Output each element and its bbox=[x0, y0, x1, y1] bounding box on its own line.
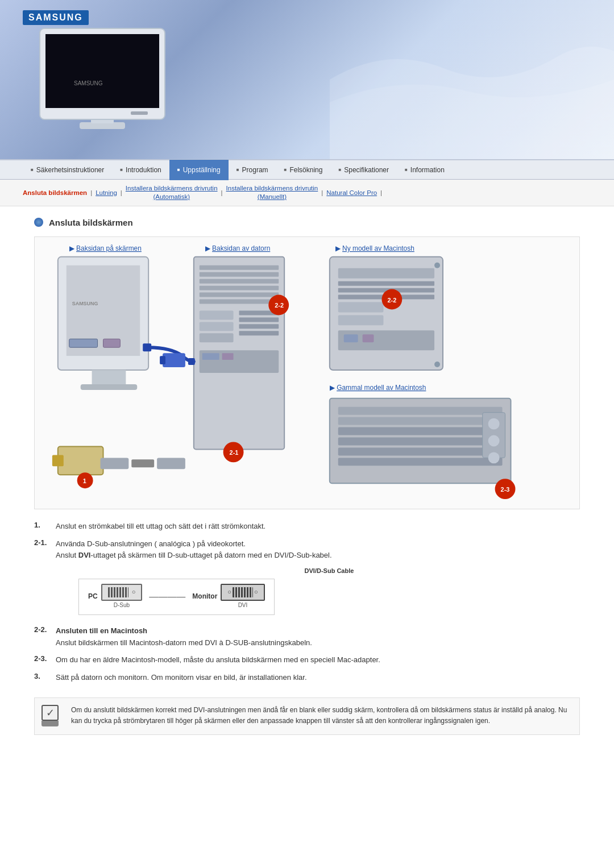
breadcrumb-connect[interactable]: Ansluta bildskärmen bbox=[23, 189, 87, 196]
monitor-connector-box: ○ ○ bbox=[221, 584, 264, 601]
svg-rect-45 bbox=[131, 459, 154, 467]
breadcrumb-sep-4: | bbox=[321, 189, 323, 196]
svg-text:2-3: 2-3 bbox=[501, 486, 510, 493]
svg-rect-40 bbox=[58, 446, 103, 475]
section-dot-icon bbox=[34, 218, 43, 227]
svg-rect-10 bbox=[81, 384, 138, 390]
main-content: Ansluta bildskärmen ▶ Baksidan på skärme… bbox=[0, 206, 614, 746]
nav-item-setup[interactable]: Uppställning bbox=[169, 160, 229, 180]
breadcrumb-sep-5: | bbox=[380, 189, 382, 196]
svg-rect-46 bbox=[157, 458, 185, 469]
instruction-22-text: Ansluten till en Macintosh Anslut bildsk… bbox=[56, 625, 580, 649]
svg-rect-17 bbox=[200, 272, 279, 277]
svg-text:▶ Gammal modell av Macintosh: ▶ Gammal modell av Macintosh bbox=[330, 384, 426, 392]
svg-rect-19 bbox=[200, 286, 279, 290]
cable-dsub-label: D-Sub bbox=[114, 601, 130, 610]
svg-rect-41 bbox=[52, 455, 64, 466]
nav-item-program[interactable]: Program bbox=[229, 160, 276, 180]
svg-rect-57 bbox=[363, 334, 374, 342]
svg-rect-16 bbox=[200, 265, 279, 270]
svg-point-72 bbox=[488, 435, 500, 446]
nav-label-info: Information bbox=[410, 166, 445, 174]
svg-rect-54 bbox=[338, 315, 384, 325]
nav-item-troubleshoot[interactable]: Felsökning bbox=[276, 160, 331, 180]
pc-connector-box: ○ bbox=[101, 584, 143, 601]
instruction-1-row: 1. Anslut en strömkabel till ett uttag o… bbox=[34, 521, 580, 533]
svg-rect-28 bbox=[239, 331, 279, 335]
instruction-22-row: 2-2. Ansluten till en Macintosh Anslut b… bbox=[34, 625, 580, 649]
svg-text:▶ Ny modell av Macintosh: ▶ Ny modell av Macintosh bbox=[335, 244, 414, 252]
svg-rect-65 bbox=[338, 417, 503, 425]
instruction-3-number: 3. bbox=[34, 672, 51, 680]
breadcrumb-tilt[interactable]: Lutning bbox=[96, 189, 117, 196]
wave-decoration bbox=[330, 0, 614, 159]
instruction-1-number: 1. bbox=[34, 521, 51, 529]
nav-item-info[interactable]: Information bbox=[397, 160, 453, 180]
monitor-connector-right: ○ bbox=[254, 587, 258, 597]
header-banner: SAMSUNG SAMSUNG bbox=[0, 0, 614, 159]
instruction-1-text: Anslut en strömkabel till ett uttag och … bbox=[56, 521, 580, 533]
nav-bar: Säkerhetsinstruktioner Introduktion Upps… bbox=[0, 159, 614, 180]
svg-rect-22 bbox=[200, 310, 234, 319]
instruction-3-row: 3. Sätt på datorn och monitorn. Om monit… bbox=[34, 672, 580, 684]
svg-rect-24 bbox=[200, 333, 234, 342]
breadcrumb-driver-manual[interactable]: Installera bildskärmens drivrutin(Manuel… bbox=[226, 184, 318, 201]
svg-rect-49 bbox=[338, 268, 434, 279]
nav-label-intro: Introduktion bbox=[126, 166, 161, 174]
cable-pc-connector: ○ D-Sub bbox=[101, 584, 143, 610]
cable-diagram-box: PC ○ D-Sub ———— Monitor ○ bbox=[78, 579, 275, 615]
svg-text:2-2: 2-2 bbox=[275, 302, 284, 309]
svg-rect-64 bbox=[338, 407, 503, 415]
cable-diagram-section: DVI/D-Sub Cable PC ○ D-Sub ———— Monitor bbox=[78, 566, 580, 615]
connection-diagram: ▶ Baksidan på skärmen SAMSUNG ▶ Baksidan… bbox=[34, 236, 580, 509]
instruction-23-row: 2-3. Om du har en äldre Macintosh-modell… bbox=[34, 654, 580, 666]
nav-label-specs: Specifikationer bbox=[344, 166, 389, 174]
breadcrumb-sep-1: | bbox=[90, 189, 92, 196]
svg-rect-36 bbox=[163, 353, 185, 367]
nav-label-program: Program bbox=[242, 166, 268, 174]
breadcrumb-natural-color[interactable]: Natural Color Pro bbox=[326, 189, 377, 196]
cable-monitor-label: Monitor bbox=[192, 591, 217, 602]
svg-text:2-2: 2-2 bbox=[387, 296, 396, 303]
svg-rect-56 bbox=[344, 334, 358, 342]
svg-text:1: 1 bbox=[83, 477, 86, 484]
svg-rect-23 bbox=[200, 322, 234, 331]
instruction-22-title: Ansluten till en Macintosh bbox=[56, 625, 580, 637]
svg-rect-53 bbox=[338, 302, 384, 312]
nav-item-intro[interactable]: Introduktion bbox=[112, 160, 169, 180]
instruction-21-rest: -uttaget på skärmen till D-sub-uttaget p… bbox=[90, 551, 331, 559]
instruction-22-body: Anslut bildskärmen till Macintosh-datorn… bbox=[56, 637, 580, 649]
section-title-row: Ansluta bildskärmen bbox=[34, 218, 580, 227]
svg-rect-3 bbox=[45, 34, 159, 108]
instruction-23-text: Om du har en äldre Macintosh-modell, mås… bbox=[56, 654, 580, 666]
breadcrumb-sep-3: | bbox=[221, 189, 223, 196]
instruction-21-bold: DVI bbox=[78, 551, 91, 559]
pc-connector-pins bbox=[108, 587, 128, 597]
nav-item-safety[interactable]: Säkerhetsinstruktioner bbox=[23, 160, 112, 180]
cable-dvi-label: DVI bbox=[238, 601, 248, 610]
cable-diagram-title: DVI/D-Sub Cable bbox=[78, 566, 580, 576]
svg-rect-27 bbox=[239, 324, 279, 329]
instruction-21-text: Använda D-Sub-anslutningen ( analógica )… bbox=[56, 538, 580, 620]
svg-point-73 bbox=[488, 452, 500, 463]
instruction-22-number: 2-2. bbox=[34, 625, 51, 634]
svg-rect-26 bbox=[239, 317, 279, 322]
svg-text:SAMSUNG: SAMSUNG bbox=[74, 80, 103, 86]
nav-item-specs[interactable]: Specifikationer bbox=[330, 160, 397, 180]
note-icon-base bbox=[42, 721, 59, 726]
instruction-21-row: 2-1. Använda D-Sub-anslutningen ( analóg… bbox=[34, 538, 580, 620]
instruction-21-line2: Anslut DVI-uttaget på skärmen till D-sub… bbox=[56, 550, 580, 562]
checkmark-icon: ✓ bbox=[42, 705, 59, 721]
svg-rect-30 bbox=[202, 353, 219, 360]
svg-rect-44 bbox=[101, 458, 129, 469]
svg-rect-34 bbox=[143, 343, 151, 351]
svg-rect-5 bbox=[131, 111, 148, 115]
svg-rect-12 bbox=[69, 339, 98, 347]
breadcrumb-driver-auto[interactable]: Installera bildskärmens drivrutin(Automa… bbox=[126, 184, 218, 201]
svg-rect-31 bbox=[222, 353, 234, 360]
svg-rect-20 bbox=[200, 292, 279, 297]
svg-rect-18 bbox=[200, 279, 279, 284]
svg-point-58 bbox=[434, 263, 440, 268]
connection-diagram-svg: ▶ Baksidan på skärmen SAMSUNG ▶ Baksidan… bbox=[35, 237, 579, 509]
instruction-21-anslut: Anslut bbox=[56, 551, 78, 559]
